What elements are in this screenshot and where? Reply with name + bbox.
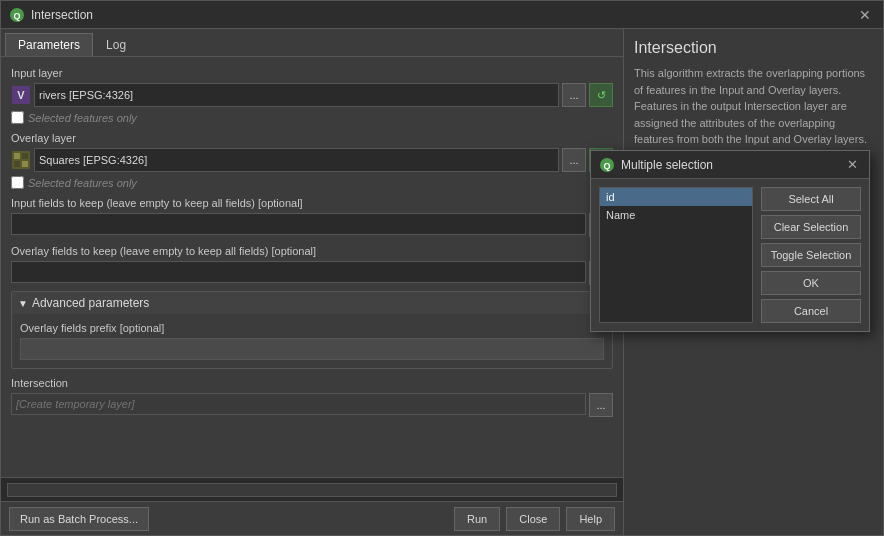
dialog-buttons: Select All Clear Selection Toggle Select… [761,187,861,323]
list-item[interactable]: id [600,188,752,206]
dialog-close-btn[interactable]: ✕ [843,156,861,174]
toggle-selection-btn[interactable]: Toggle Selection [761,243,861,267]
dialog-content: id Name Select All Clear Selection Toggl… [591,179,869,331]
dialog-overlay: Q Multiple selection ✕ id Name Select Al… [0,0,884,536]
dialog-title: Multiple selection [621,158,837,172]
ok-btn[interactable]: OK [761,271,861,295]
dialog-title-bar: Q Multiple selection ✕ [591,151,869,179]
svg-text:Q: Q [603,161,610,171]
select-all-btn[interactable]: Select All [761,187,861,211]
cancel-btn[interactable]: Cancel [761,299,861,323]
multiple-selection-dialog: Q Multiple selection ✕ id Name Select Al… [590,150,870,332]
dialog-app-icon: Q [599,157,615,173]
selection-list[interactable]: id Name [599,187,753,323]
clear-selection-btn[interactable]: Clear Selection [761,215,861,239]
list-item[interactable]: Name [600,206,752,224]
